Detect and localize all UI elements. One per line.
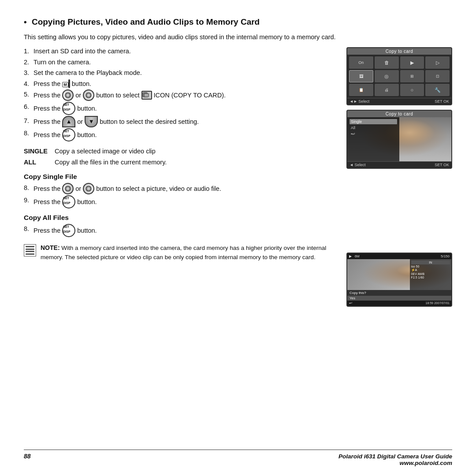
menu-item-all: All — [350, 125, 397, 130]
screen1-title: Copy to card — [347, 48, 451, 55]
screen3-fstop: F2.5 1/60 — [411, 276, 450, 279]
step-4: 4. Press the M button. — [24, 79, 338, 89]
bullet: • — [24, 17, 27, 26]
screen3-topbar: ▶ 6M 5/150 — [347, 253, 451, 259]
step-3: 3. Set the camera to the Playback mode. — [24, 68, 338, 78]
copy-to-card-icon — [141, 91, 152, 100]
screen2-bottom: ◄ Select SET OK — [347, 161, 451, 168]
steps-list: 1. Insert an SD card into the camera. 2.… — [24, 46, 338, 141]
grid-icon: ▶ — [400, 56, 424, 69]
screen3-badge: IN — [411, 260, 450, 264]
note-title: NOTE: — [41, 244, 60, 251]
step-1: 1. Insert an SD card into the camera. — [24, 46, 338, 56]
grid-icon: ⊡ — [425, 70, 450, 82]
copy-all-steps: 8. Press the SET DISP button. — [24, 224, 338, 237]
grid-icon: ◎ — [375, 70, 399, 82]
set-disp-button2-icon: SET DISP — [62, 128, 75, 141]
screen3-arrow: •↵ — [349, 301, 353, 305]
step-7: 7. Press the ▲ or ▼ button to select the… — [24, 116, 338, 127]
copy-all-step-8: 8. Press the SET DISP button. — [24, 224, 338, 237]
screen1: Copy to card On 🗑 ▶ ▷ 🖼 ◎ ⊞ ⊡ — [346, 47, 452, 105]
def-all-desc: Copy all the files in the current memory… — [55, 157, 338, 168]
screen3-bottombar: •↵ 18:59 2007/07/01 — [347, 301, 451, 306]
screen3: ▶ 6M 5/150 IN iso 50 ⚡A 0EV AWB F2.5 1/6… — [346, 253, 452, 307]
svg-point-1 — [67, 94, 69, 97]
copy-all-files-title: Copy All Files — [24, 214, 338, 222]
step-2: 2. Turn on the camera. — [24, 57, 338, 67]
screen3-mode: ▶ 6M — [349, 254, 360, 258]
footer-page-number: 88 — [24, 453, 31, 460]
nav-left-icon — [62, 89, 74, 101]
content-columns: 1. Insert an SD card into the camera. 2.… — [24, 46, 452, 307]
footer-brand: Polaroid i631 Digital Camera User Guide … — [338, 453, 452, 466]
note-content: NOTE: With a memory card inserted into t… — [41, 243, 338, 262]
note-icon — [24, 244, 36, 257]
screen3-counter: 5/150 — [441, 254, 450, 258]
nav-right2-icon — [83, 183, 94, 194]
grid-icon: On — [349, 56, 373, 69]
screen3-datetime: 18:59 2007/07/01 — [426, 301, 450, 305]
grid-icon: 🖨 — [375, 84, 399, 96]
screen3-sidebar: IN iso 50 ⚡A 0EV AWB F2.5 1/60 — [410, 259, 451, 290]
copy-single-step-9: 9. Press the SET DISP button. — [24, 195, 338, 208]
grid-icon: 🗑 — [375, 56, 399, 69]
svg-point-9 — [87, 187, 90, 190]
screen3-photo: IN iso 50 ⚡A 0EV AWB F2.5 1/60 — [347, 259, 451, 290]
grid-icon: 🔧 — [425, 84, 450, 96]
def-all-term: ALL — [24, 157, 50, 168]
grid-icon-selected: 🖼 — [349, 70, 373, 82]
footer-brand-line1: Polaroid i631 Digital Camera User Guide — [338, 453, 452, 460]
step-8: 8. Press the SET DISP button. — [24, 128, 338, 141]
screen1-bottom: ◄► Select SET OK — [347, 98, 451, 104]
screen2-menu: Single All •↵ — [347, 117, 399, 161]
step-6: 6. Press the SET DISP button. — [24, 102, 338, 115]
screen3-icon1: ⚡A — [411, 268, 450, 272]
m-button-icon: M — [62, 79, 70, 89]
step-5: 5. Press the or button to select — [24, 89, 338, 101]
right-column: Copy to card On 🗑 ▶ ▷ 🖼 ◎ ⊞ ⊡ — [346, 46, 452, 307]
intro-text: This setting allows you to copy pictures… — [24, 32, 452, 42]
svg-rect-5 — [144, 93, 149, 97]
screen3-copy-bar: Copy this? — [347, 290, 451, 296]
def-single-term: SINGLE — [24, 146, 50, 157]
def-all: ALL Copy all the files in the current me… — [24, 157, 338, 168]
grid-icon: ⊞ — [400, 70, 424, 82]
screen3-ev: 0EV AWB — [411, 272, 450, 275]
note-section: NOTE: With a memory card inserted into t… — [24, 243, 338, 262]
copy-single-file-title: Copy Single File — [24, 173, 338, 181]
page-title: • Copying Pictures, Video and Audio Clip… — [24, 17, 452, 28]
screen2-photo: Single All •↵ — [347, 117, 451, 161]
footer: 88 Polaroid i631 Digital Camera User Gui… — [24, 450, 452, 466]
definitions: SINGLE Copy a selected image or video cl… — [24, 146, 338, 167]
svg-point-3 — [87, 94, 90, 97]
page: • Copying Pictures, Video and Audio Clip… — [0, 0, 476, 476]
screen2: Copy to card Single All •↵ ◄ Select SET … — [346, 110, 452, 169]
menu-item-single: Single — [350, 119, 397, 124]
menu-item-back: •↵ — [350, 131, 397, 137]
set-disp-button3-icon: SET DISP — [62, 195, 75, 208]
left-column: 1. Insert an SD card into the camera. 2.… — [24, 46, 346, 307]
def-single-desc: Copy a selected image or video clip — [55, 146, 338, 157]
screen1-grid: On 🗑 ▶ ▷ 🖼 ◎ ⊞ ⊡ 📋 🖨 — [347, 55, 451, 98]
set-disp-button4-icon: SET DISP — [62, 224, 75, 237]
nav-right-icon — [83, 89, 94, 101]
screen3-yes-bar: Yes — [347, 296, 451, 301]
grid-icon: ▷ — [425, 56, 450, 69]
grid-icon: ○ — [400, 84, 424, 96]
screen3-iso: iso 50 — [411, 265, 450, 268]
copy-single-steps: 8. Press the or button to select a pictu… — [24, 183, 338, 208]
footer-brand-line2: www.polaroid.com — [338, 460, 452, 466]
up-arrow-icon: ▲ — [62, 116, 75, 127]
down-arrow-icon: ▼ — [85, 116, 98, 127]
def-single: SINGLE Copy a selected image or video cl… — [24, 146, 338, 157]
set-disp-button-icon: SET DISP — [62, 102, 75, 115]
grid-icon: 📋 — [349, 84, 373, 96]
copy-single-step-8: 8. Press the or button to select a pictu… — [24, 183, 338, 194]
screen2-title: Copy to card — [347, 111, 451, 117]
note-text: With a memory card inserted into the cam… — [41, 245, 326, 260]
nav-left2-icon — [62, 183, 74, 194]
svg-point-7 — [67, 187, 69, 190]
